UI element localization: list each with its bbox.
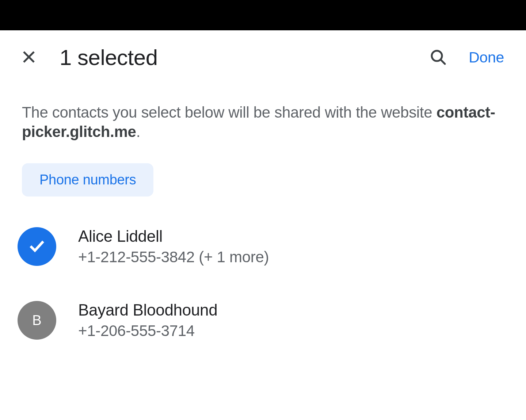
contact-text: Bayard Bloodhound +1-206-555-3714 <box>78 301 217 340</box>
contact-name: Alice Liddell <box>78 227 269 245</box>
close-button[interactable] <box>20 48 38 67</box>
search-icon <box>429 48 447 67</box>
description-prefix: The contacts you select below will be sh… <box>22 104 437 121</box>
checkmark-icon <box>27 236 46 257</box>
contact-row[interactable]: Alice Liddell +1-212-555-3842 (+ 1 more) <box>18 218 504 275</box>
contact-row[interactable]: B Bayard Bloodhound +1-206-555-3714 <box>18 292 504 348</box>
contact-phone: +1-206-555-3714 <box>78 322 217 340</box>
search-button[interactable] <box>429 48 447 67</box>
contact-phone: +1-212-555-3842 (+ 1 more) <box>78 248 269 266</box>
close-icon <box>20 48 38 67</box>
contact-avatar-selected <box>18 227 56 266</box>
contacts-list: Alice Liddell +1-212-555-3842 (+ 1 more)… <box>0 196 526 348</box>
done-button[interactable]: Done <box>469 49 504 66</box>
chip-phone-numbers[interactable]: Phone numbers <box>22 163 153 196</box>
sharing-description: The contacts you select below will be sh… <box>0 85 526 141</box>
description-suffix: . <box>136 123 140 140</box>
header-actions: Done <box>429 48 504 67</box>
status-bar <box>0 0 526 30</box>
selection-count-title: 1 selected <box>60 45 407 70</box>
chip-row: Phone numbers <box>0 141 526 196</box>
picker-header: 1 selected Done <box>0 30 526 85</box>
contact-name: Bayard Bloodhound <box>78 301 217 319</box>
svg-line-3 <box>441 60 445 64</box>
contact-text: Alice Liddell +1-212-555-3842 (+ 1 more) <box>78 227 269 266</box>
contact-avatar-initial: B <box>18 301 56 340</box>
